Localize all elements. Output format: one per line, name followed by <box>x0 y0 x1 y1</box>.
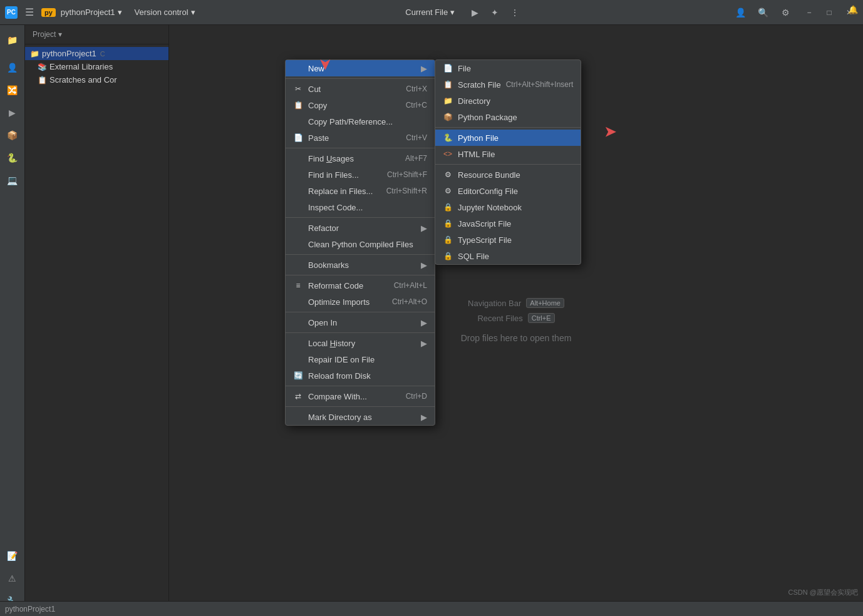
submenu-separator-2 <box>435 164 581 165</box>
sidebar-icon-packages[interactable]: 📦 <box>3 125 23 145</box>
debug-button[interactable]: ✦ <box>485 3 505 23</box>
submenu-item-scratch-file[interactable]: 📋 Scratch File Ctrl+Alt+Shift+Insert <box>435 76 581 93</box>
sidebar-icon-todo[interactable]: 📝 <box>3 546 23 566</box>
paste-shortcut: Ctrl+V <box>406 133 427 142</box>
main-layout: 📁 👤 🔀 ▶ 📦 🐍 💻 📝 ⚠ 🔧 Project ▾ 📁 pythonPr… <box>0 25 863 616</box>
submenu-item-jupyter[interactable]: 🔒 Jupyter Notebook <box>435 199 581 215</box>
scratch-shortcut: Ctrl+Alt+Shift+Insert <box>506 80 574 89</box>
app-icon: PC <box>5 6 18 19</box>
paste-label: Paste <box>308 133 329 143</box>
menu-item-refactor[interactable]: Refactor ▶ <box>286 220 435 236</box>
menu-item-repair-ide[interactable]: Repair IDE on File <box>286 351 435 367</box>
sidebar-icon-terminal[interactable]: 💻 <box>3 170 23 190</box>
menu-item-compare-with[interactable]: ⇄ Compare With... Ctrl+D <box>286 388 435 404</box>
submenu-item-python-package[interactable]: 📦 Python Package <box>435 109 581 125</box>
menu-item-bookmarks[interactable]: Bookmarks ▶ <box>286 257 435 273</box>
sql-label: SQL File <box>458 252 489 261</box>
submenu-item-sql[interactable]: 🔒 SQL File <box>435 248 581 264</box>
menu-item-replace-in-files[interactable]: Replace in Files... Ctrl+Shift+R <box>286 183 435 199</box>
project-indicator: C <box>100 50 105 58</box>
sidebar-icon-problems[interactable]: ⚠ <box>3 568 23 588</box>
main-content: Navigation Bar Alt+Home Recent Files Ctr… <box>169 25 863 616</box>
typescript-label: TypeScript File <box>458 235 512 245</box>
menu-item-optimize-imports[interactable]: Optimize Imports Ctrl+Alt+O <box>286 294 435 310</box>
scratches-label: Scratches and Cor <box>49 75 117 85</box>
notification-bell[interactable]: 🔔 <box>848 5 858 14</box>
minimize-button[interactable]: − <box>800 4 818 21</box>
folder-icon: 📁 <box>30 49 39 58</box>
submenu-item-file[interactable]: 📄 File <box>435 60 581 76</box>
resource-icon: ⚙ <box>443 170 453 180</box>
more-actions-button[interactable]: ⋮ <box>505 3 525 23</box>
sidebar-icon-run[interactable]: ▶ <box>3 103 23 123</box>
cut-icon: ✂ <box>293 84 303 94</box>
sidebar-icon-vcs[interactable]: 🔀 <box>3 80 23 100</box>
collab-icon[interactable]: 👤 <box>730 3 750 23</box>
submenu-item-directory[interactable]: 📁 Directory <box>435 93 581 109</box>
version-control-button[interactable]: Version control ▾ <box>135 8 195 17</box>
open-in-arrow: ▶ <box>421 318 427 327</box>
tree-item-project[interactable]: 📁 pythonProject1 C <box>25 47 168 60</box>
titlebar-left: PC ☰ py pythonProject1 ▾ Version control… <box>5 4 195 21</box>
tree-item-external-libraries[interactable]: 📚 External Libraries <box>25 60 168 73</box>
sidebar-icon-panel: 📁 👤 🔀 ▶ 📦 🐍 💻 📝 ⚠ 🔧 <box>0 25 25 616</box>
menu-item-copy-path[interactable]: Copy Path/Reference... <box>286 113 435 130</box>
separator-9 <box>286 406 435 407</box>
menu-item-find-usages[interactable]: Find Usages Alt+F7 <box>286 150 435 167</box>
external-libraries-label: External Libraries <box>49 62 113 71</box>
menu-item-mark-directory[interactable]: Mark Directory as ▶ <box>286 409 435 425</box>
sidebar-icon-files[interactable]: 📁 <box>3 30 23 50</box>
jupyter-lock-icon: 🔒 <box>443 202 453 212</box>
hamburger-button[interactable]: ☰ <box>23 4 36 21</box>
submenu-item-python-file[interactable]: 🐍 Python File <box>435 130 581 146</box>
red-arrow-down: ➤ <box>317 59 333 70</box>
cut-shortcut: Ctrl+X <box>406 85 427 93</box>
paste-icon: 📄 <box>293 133 303 143</box>
menu-item-reformat-code[interactable]: ≡ Reformat Code Ctrl+Alt+L <box>286 277 435 294</box>
replace-label: Replace in Files... <box>308 187 373 196</box>
reformat-label: Reformat Code <box>308 281 363 290</box>
titlebar-actions: 👤 🔍 ⚙ <box>730 3 795 23</box>
submenu-item-editorconfig[interactable]: ⚙ EditorConfig File <box>435 183 581 199</box>
submenu-item-javascript[interactable]: 🔒 JavaScript File <box>435 215 581 232</box>
maximize-button[interactable]: □ <box>820 4 838 21</box>
project-label[interactable]: Project ▾ <box>33 30 62 39</box>
bookmarks-arrow: ▶ <box>421 260 427 270</box>
menu-item-reload-from-disk[interactable]: 🔄 Reload from Disk <box>286 367 435 384</box>
menu-item-paste[interactable]: 📄 Paste Ctrl+V <box>286 130 435 146</box>
menu-item-local-history[interactable]: Local History ▶ <box>286 335 435 351</box>
project-name-button[interactable]: pythonProject1 ▾ <box>61 8 122 17</box>
separator-6 <box>286 312 435 312</box>
menu-item-open-in[interactable]: Open In ▶ <box>286 314 435 331</box>
submenu-item-typescript[interactable]: 🔒 TypeScript File <box>435 232 581 248</box>
menu-item-copy[interactable]: 📋 Copy Ctrl+C <box>286 97 435 113</box>
search-button[interactable]: 🔍 <box>753 3 773 23</box>
submenu-item-resource-bundle[interactable]: ⚙ Resource Bundle <box>435 167 581 183</box>
menu-item-cut[interactable]: ✂ Cut Ctrl+X <box>286 81 435 97</box>
jupyter-label: Jupyter Notebook <box>458 203 522 212</box>
sidebar-icon-python[interactable]: 🐍 <box>3 148 23 168</box>
run-button[interactable]: ▶ <box>465 3 485 23</box>
submenu-item-html-file[interactable]: <> HTML File <box>435 146 581 162</box>
current-file-button[interactable]: Current File ▾ <box>400 5 460 19</box>
settings-button[interactable]: ⚙ <box>775 3 795 23</box>
separator-7 <box>286 332 435 333</box>
find-usages-label: Find Usages <box>308 154 354 163</box>
menu-item-find-in-files[interactable]: Find in Files... Ctrl+Shift+F <box>286 167 435 183</box>
menu-item-clean-python[interactable]: Clean Python Compiled Files <box>286 236 435 252</box>
copy-label: Copy <box>308 101 327 110</box>
local-history-label: Local History <box>308 339 355 348</box>
menu-item-new[interactable]: New ▶ 📄 File 📋 Scratch File Ctrl+Alt+Shi… <box>286 60 435 76</box>
find-files-shortcut: Ctrl+Shift+F <box>387 170 427 179</box>
menu-item-inspect-code[interactable]: Inspect Code... <box>286 199 435 215</box>
tree-item-scratches[interactable]: 📋 Scratches and Cor <box>25 73 168 86</box>
navigation-bar-shortcut: Alt+Home <box>526 298 564 308</box>
project-tree: 📁 pythonProject1 C 📚 External Libraries … <box>25 44 168 611</box>
local-history-icon <box>293 338 303 348</box>
open-in-icon <box>293 317 303 327</box>
sidebar-icon-search[interactable]: 👤 <box>3 58 23 78</box>
mark-directory-label: Mark Directory as <box>308 413 372 422</box>
project-panel: Project ▾ 📁 pythonProject1 C 📚 External … <box>25 25 169 616</box>
find-files-icon <box>293 170 303 180</box>
optimize-icon <box>293 297 303 307</box>
